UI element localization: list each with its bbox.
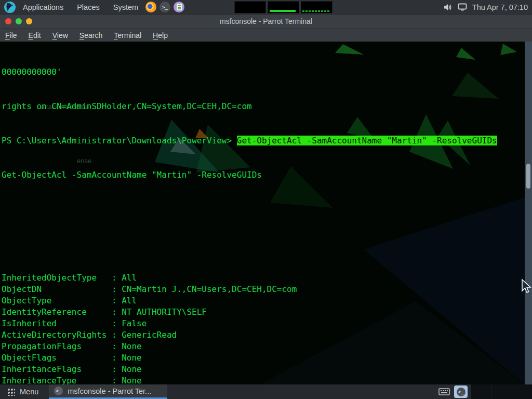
acl-value: All [122,273,137,283]
volume-icon[interactable] [444,3,453,11]
acl-row-propagationflags: PropagationFlags : None [2,341,524,352]
acl-row-isinherited: IsInherited : False [2,318,524,329]
menu-view[interactable]: View [52,31,68,39]
acl-row-inheritancetype: InheritanceType : None [2,375,524,384]
taskbar-window-button[interactable]: >_ msfconsole - Parrot Ter... [49,384,167,399]
firefox-icon[interactable] [145,2,156,12]
mouse-cursor [521,278,532,294]
menu-edit[interactable]: Edit [29,31,41,39]
terminal-command-echo: Get-ObjectAcl -SamAccountName "Martin" -… [2,169,524,181]
acl-row-inheritanceflags: InheritanceFlags : None [2,364,524,375]
workspace-thumbnail-1[interactable] [234,1,266,14]
acl-value: None [122,376,142,384]
ps-prompt: PS C:\Users\Administrator\Downloads\Powe… [2,136,237,145]
blank-line [2,238,524,249]
menu-label: Menu [20,388,38,396]
taskbar: Menu >_ msfconsole - Parrot Ter... >_ [0,384,532,399]
workspace-thumbnail-2[interactable] [268,1,299,14]
blank-line [2,204,524,215]
acl-row-objecttype: ObjectType : All [2,295,524,307]
acl-value: NT AUTHORITY\SELF [122,307,207,317]
window-titlebar: msfconsole - Parrot Terminal [0,15,532,29]
acl-key: IsInherited [2,318,107,329]
workspace-switcher [234,1,332,14]
acl-key: ObjectFlags [2,352,107,364]
menu-grid-icon [7,388,15,396]
acl-value: False [122,318,147,328]
menu-terminal[interactable]: Terminal [114,31,141,39]
acl-value: GenericRead [122,330,177,340]
keyboard-layout-icon[interactable] [438,388,450,396]
terminal-viewport[interactable]: attacker's Home ense 00000000000' rights… [0,42,532,384]
acl-value: None [122,353,142,363]
workspace-thumbnail-3[interactable] [301,1,332,14]
panel-launchers: >_ [145,2,184,12]
terminal-task-icon: >_ [54,387,63,395]
system-tray: >_ [438,384,532,399]
acl-row-objectdn: ObjectDN : CN=Martin J.,CN=Users,DC=CEH,… [2,284,524,295]
window-title: msfconsole - Parrot Terminal [0,17,532,25]
acl-key: ObjectDN [2,284,107,295]
acl-key: InheritanceFlags [2,364,107,375]
acl-key: IdentityReference [2,307,107,318]
menu-search[interactable]: Search [79,31,102,39]
acl-row-identityreference: IdentityReference : NT AUTHORITY\SELF [2,307,524,318]
terminal-line-overflow: 00000000000' [2,66,524,78]
acl-key: ObjectType [2,295,107,307]
taskbar-menu-button[interactable]: Menu [0,384,46,399]
terminal-tray-icon[interactable]: >_ [454,385,468,398]
acl-row-objectflags: ObjectFlags : None [2,352,524,364]
top-panel: ApplicationsPlacesSystem >_ Thu Apr 7, 0… [0,0,532,15]
panel-menus: ApplicationsPlacesSystem [23,3,138,11]
panel-menu-system[interactable]: System [113,3,138,11]
acl-key: PropagationFlags [2,341,107,352]
window-menubar: FileEditViewSearchTerminalHelp [0,29,532,42]
terminal-prompt-line: PS C:\Users\Administrator\Downloads\Powe… [2,135,524,147]
notes-icon[interactable] [174,2,184,12]
terminal-launcher-icon[interactable]: >_ [159,2,170,12]
menu-help[interactable]: Help [153,31,168,39]
acl-value: All [122,296,137,305]
acl-row-inheritedobjecttype: InheritedObjectType : All [2,272,524,284]
acl-records: InheritedObjectType : AllObjectDN : CN=M… [2,272,524,384]
display-icon[interactable] [458,3,467,11]
acl-value: CN=Martin J.,CN=Users,DC=CEH,DC=com [122,284,297,294]
terminal-output: 00000000000' rights on CN=AdminSDHolder,… [2,44,524,384]
acl-key: InheritedObjectType [2,272,107,284]
panel-menu-places[interactable]: Places [77,3,100,11]
acl-value: None [122,341,142,351]
acl-key: ActiveDirectoryRights [2,329,107,341]
terminal-scrollbar[interactable] [525,42,532,384]
parrot-logo-icon[interactable] [4,2,16,13]
acl-key: InheritanceType [2,375,107,384]
acl-value: None [122,364,142,374]
highlighted-command: Get-ObjectAcl -SamAccountName "Martin" -… [237,136,497,145]
clock[interactable]: Thu Apr 7, 07:10 [472,3,528,11]
tray-collapsed-area[interactable] [471,384,532,399]
task-label: msfconsole - Parrot Ter... [68,387,151,395]
acl-row-activedirectoryrights: ActiveDirectoryRights : GenericRead [2,329,524,341]
scrollbar-thumb[interactable] [526,164,530,189]
menu-file[interactable]: File [5,31,17,39]
terminal-line-rights: rights on CN=AdminSDHolder,CN=System,DC=… [2,101,524,112]
panel-menu-applications[interactable]: Applications [23,3,63,11]
